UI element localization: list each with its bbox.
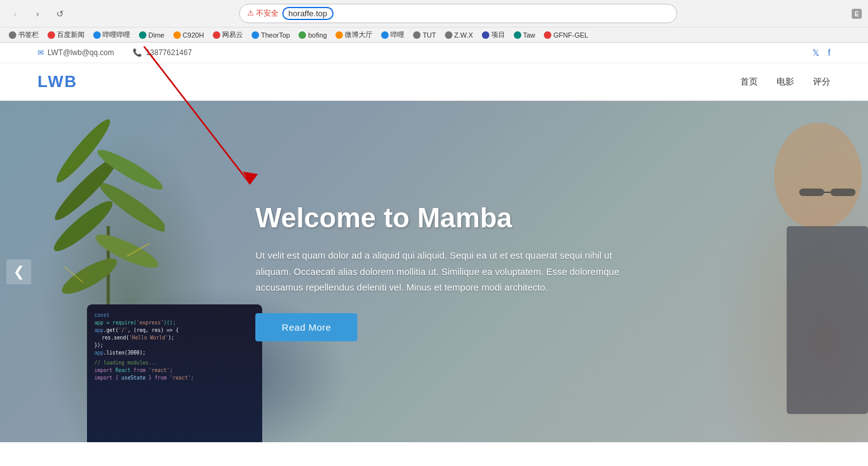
hero-prev-button[interactable]: ❮ [6, 259, 31, 284]
bookmark-item[interactable]: C920H [171, 31, 207, 39]
browser-toolbar: ‹ › ↺ ⚠ 不安全 horaffe.top E [0, 0, 868, 27]
bookmark-item[interactable]: bofing [296, 31, 329, 39]
facebook-icon[interactable]: f [828, 48, 830, 58]
phone-icon: 📞 [133, 48, 142, 57]
svg-rect-15 [787, 226, 868, 414]
site-contact: ✉ LWT@lwb@qq.com 📞 13877621467 [38, 48, 192, 57]
bookmark-item[interactable]: 哔哩哔哩 [91, 29, 133, 40]
svg-point-14 [774, 123, 862, 229]
forward-button[interactable]: › [29, 5, 46, 23]
bookmark-item[interactable]: Dime [136, 31, 167, 39]
twitter-icon[interactable]: 𝕏 [812, 48, 819, 58]
email-contact: ✉ LWT@lwb@qq.com [38, 48, 114, 57]
svg-text:E: E [855, 11, 859, 18]
hero-section: const app = require('express')(); app.ge… [0, 101, 868, 442]
person-decoration [618, 101, 868, 442]
nav-link-movies[interactable]: 电影 [777, 76, 794, 88]
bookmarks-bar: 书签栏 百度新闻 哔哩哔哩 Dime C920H 网易云 TheorTop b [0, 27, 868, 42]
bookmark-item[interactable]: TheorTop [249, 31, 292, 39]
reload-button[interactable]: ↺ [51, 5, 69, 23]
svg-rect-16 [799, 189, 824, 196]
social-icons: 𝕏 f [812, 48, 830, 58]
site-nav: LWB 首页 电影 评分 [0, 63, 868, 101]
hero-body: Ut velit est quam dolor ad a aliquid qui… [255, 247, 631, 296]
hero-content: Welcome to Mamba Ut velit est quam dolor… [243, 189, 643, 353]
site-top-bar: ✉ LWT@lwb@qq.com 📞 13877621467 𝕏 f [0, 43, 868, 63]
back-button[interactable]: ‹ [6, 5, 24, 23]
phone-contact: 📞 13877621467 [133, 48, 191, 57]
url-display: horaffe.top [282, 7, 334, 20]
bookmark-item[interactable]: Taw [511, 31, 538, 39]
bookmark-item[interactable]: 微博大厅 [333, 29, 375, 40]
email-value: LWT@lwb@qq.com [48, 48, 114, 57]
browser-extensions: E [852, 9, 862, 19]
nav-link-home[interactable]: 首页 [740, 76, 758, 88]
address-bar[interactable]: ⚠ 不安全 horaffe.top [239, 4, 677, 23]
laptop-screen: const app = require('express')(); app.ge… [87, 304, 262, 390]
svg-rect-17 [830, 189, 855, 196]
website-content: ✉ LWT@lwb@qq.com 📞 13877621467 𝕏 f LWB 首… [0, 43, 868, 442]
laptop-decoration: const app = require('express')(); app.ge… [87, 304, 262, 442]
bookmark-item[interactable]: 百度新闻 [45, 29, 87, 40]
mail-icon: ✉ [38, 48, 44, 57]
nav-links: 首页 电影 评分 [740, 76, 830, 88]
hero-title: Welcome to Mamba [255, 202, 631, 235]
bookmark-item[interactable]: 哔哩 [379, 29, 407, 40]
security-warning: ⚠ 不安全 [247, 8, 278, 19]
site-logo: LWB [38, 72, 78, 91]
extension-icon: E [852, 9, 862, 19]
bookmark-item[interactable]: Z.W.X [442, 31, 476, 39]
bookmark-item[interactable]: 项目 [479, 29, 508, 40]
phone-value: 13877621467 [146, 48, 191, 57]
bookmark-item[interactable]: GFNF-GEL [541, 31, 591, 39]
bookmark-item[interactable]: TUT [411, 31, 438, 39]
svg-point-5 [58, 252, 121, 300]
browser-chrome: ‹ › ↺ ⚠ 不安全 horaffe.top E 书签栏 百度新闻 [0, 0, 868, 43]
bookmark-item[interactable]: 网易云 [210, 29, 245, 40]
bookmark-item[interactable]: 书签栏 [6, 29, 41, 40]
nav-link-rating[interactable]: 评分 [813, 76, 830, 88]
read-more-button[interactable]: Read More [255, 313, 357, 341]
